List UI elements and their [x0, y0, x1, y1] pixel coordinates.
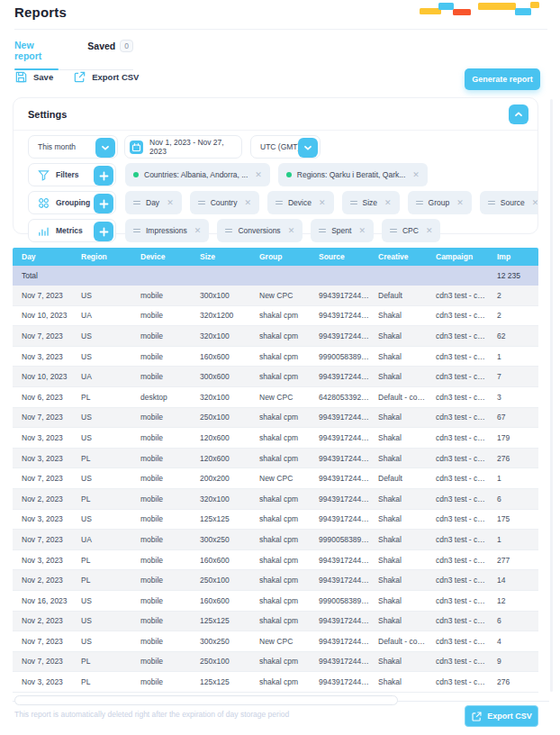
cell-source: 999005838982	[310, 596, 369, 605]
cell-day: Nov 3, 2023	[13, 556, 72, 565]
table-row[interactable]: Nov 7, 2023USmobile250x100shakal cpm9943…	[13, 408, 538, 429]
period-dropdown-button[interactable]	[95, 138, 115, 158]
remove-chip-icon[interactable]: ✕	[530, 198, 537, 207]
grouping-chip[interactable]: Source✕	[480, 191, 537, 214]
cell-region: UA	[72, 311, 131, 320]
cell-size: 320x100	[191, 331, 250, 340]
table-row[interactable]: Nov 3, 2023USmobile120x600shakal cpm9943…	[13, 428, 538, 449]
drag-handle-icon[interactable]	[416, 201, 423, 205]
drag-handle-icon[interactable]	[198, 201, 205, 205]
tab-saved[interactable]: Saved 0	[87, 40, 133, 52]
remove-chip-icon[interactable]: ✕	[253, 170, 262, 179]
drag-handle-icon[interactable]	[350, 201, 357, 205]
cell-impressions: 1	[488, 352, 538, 361]
drag-handle-icon[interactable]	[133, 229, 140, 233]
add-grouping-button[interactable]	[94, 194, 113, 213]
table-row[interactable]: Nov 7, 2023UAmobile300x250shakal cpm9990…	[13, 530, 538, 550]
cell-source: 994391724491	[310, 616, 369, 625]
remove-chip-icon[interactable]: ✕	[317, 198, 326, 207]
cell-campaign: cdn3 test - copy...	[427, 454, 488, 463]
drag-handle-icon[interactable]	[225, 229, 232, 233]
drag-handle-icon[interactable]	[133, 201, 140, 205]
metric-chip[interactable]: Spent✕	[311, 219, 374, 242]
table-row[interactable]: Nov 3, 2023PLmobile160x600shakal cpm9943…	[13, 550, 538, 571]
cell-size: 250x100	[191, 576, 250, 585]
grouping-chip[interactable]: Size✕	[342, 191, 400, 214]
cell-group: New CPC	[250, 474, 310, 483]
table-row[interactable]: Nov 7, 2023USmobile300x100New CPC9943917…	[13, 286, 538, 306]
table-row[interactable]: Nov 7, 2023USmobile320x100shakal cpm9943…	[13, 326, 538, 347]
export-icon	[471, 711, 483, 722]
horizontal-scrollbar-thumb[interactable]	[14, 695, 398, 705]
table-row[interactable]: Nov 3, 2023PLmobile120x600shakal cpm9943…	[13, 449, 538, 469]
grouping-chip[interactable]: Country✕	[190, 191, 259, 214]
remove-chip-icon[interactable]: ✕	[286, 226, 295, 235]
remove-chip-icon[interactable]: ✕	[411, 170, 420, 179]
collapse-settings-button[interactable]	[509, 104, 528, 124]
remove-chip-icon[interactable]: ✕	[193, 226, 202, 235]
settings-row-metrics: Metrics Impressions✕Conversions✕Spent✕CP…	[28, 219, 537, 242]
cell-device: mobile	[131, 596, 191, 605]
timezone-select[interactable]: UTC (GMT)	[250, 135, 321, 159]
remove-chip-icon[interactable]: ✕	[165, 198, 174, 207]
grouping-chip[interactable]: Day✕	[125, 191, 182, 214]
cell-day: Nov 7, 2023	[13, 657, 72, 666]
cell-group: shakal cpm	[250, 596, 310, 605]
remove-chip-icon[interactable]: ✕	[383, 198, 392, 207]
table-body: Nov 7, 2023USmobile300x100New CPC9943917…	[13, 286, 538, 693]
cell-impressions: 9	[488, 657, 538, 666]
filter-chip[interactable]: Countries: Albania, Andorra, ...✕	[125, 163, 270, 186]
vertical-scrollbar[interactable]	[550, 99, 553, 692]
page-title: Reports	[14, 5, 67, 20]
cell-source: 994391724491	[310, 677, 369, 686]
metrics-bars-icon	[38, 225, 50, 237]
cell-campaign: cdn3 test - copy...	[427, 331, 488, 340]
remove-chip-icon[interactable]: ✕	[455, 198, 464, 207]
save-button[interactable]: Save	[14, 70, 53, 84]
metrics-box: Metrics	[28, 219, 116, 242]
settings-row-grouping: Grouping Day✕Country✕Device✕Size✕Group✕S…	[28, 191, 537, 214]
cell-group: shakal cpm	[250, 331, 310, 340]
date-range-picker[interactable]: Nov 1, 2023 - Nov 27, 2023	[124, 135, 242, 159]
table-row[interactable]: Nov 2, 2023USmobile125x125shakal cpm9943…	[13, 612, 538, 632]
export-csv-button-bottom[interactable]: Export CSV	[465, 705, 538, 727]
add-filter-button[interactable]	[94, 166, 113, 186]
table-row[interactable]: Nov 3, 2023USmobile160x600shakal cpm9990…	[13, 347, 538, 368]
table-row[interactable]: Nov 7, 2023PLmobile250x100shakal cpm9943…	[13, 652, 538, 673]
settings-title: Settings	[28, 109, 67, 120]
cell-size: 125x125	[191, 616, 250, 625]
filter-chip[interactable]: Regions: Qarku i Beratit, Qark...✕	[278, 163, 428, 186]
table-row[interactable]: Nov 2, 2023PLmobile250x100shakal cpm9943…	[13, 570, 538, 591]
export-csv-button-top[interactable]: Export CSV	[73, 70, 139, 84]
table-row[interactable]: Nov 3, 2023PLmobile125x125shakal cpm9943…	[13, 672, 538, 693]
cell-size: 120x600	[191, 454, 250, 463]
cell-size: 300x250	[191, 637, 250, 646]
grouping-chip[interactable]: Group✕	[408, 191, 472, 214]
table-row[interactable]: Nov 2, 2023PLmobile320x100shakal cpm9943…	[13, 489, 538, 510]
cell-creative: Default	[369, 291, 427, 300]
remove-chip-icon[interactable]: ✕	[424, 226, 433, 235]
table-row[interactable]: Nov 6, 2023PLdesktop320x100New CPC642805…	[13, 387, 538, 408]
table-row[interactable]: Nov 3, 2023USmobile125x125shakal cpm9943…	[13, 510, 538, 531]
remove-chip-icon[interactable]: ✕	[357, 226, 366, 235]
table-row[interactable]: Nov 10, 2023UAmobile300x600shakal cpm994…	[13, 367, 538, 387]
tab-new-report[interactable]: New report	[14, 40, 59, 61]
drag-handle-icon[interactable]	[488, 201, 495, 205]
metric-chip[interactable]: CPC✕	[382, 219, 441, 242]
table-row[interactable]: Nov 7, 2023USmobile300x250New CPC9943917…	[13, 631, 538, 652]
table-row[interactable]: Nov 16, 2023USmobile160x600shakal cpm999…	[13, 591, 538, 612]
period-select[interactable]: This month	[28, 135, 118, 159]
drag-handle-icon[interactable]	[275, 201, 283, 205]
metric-chip[interactable]: Conversions✕	[217, 219, 303, 242]
grouping-chip[interactable]: Device✕	[267, 191, 334, 214]
remove-chip-icon[interactable]: ✕	[242, 198, 251, 207]
table-row[interactable]: Nov 7, 2023USmobile200x200New CPC9943917…	[13, 468, 538, 489]
generate-report-button[interactable]: Generate report	[465, 68, 540, 90]
timezone-dropdown-button[interactable]	[298, 138, 318, 158]
drag-handle-icon[interactable]	[390, 229, 397, 233]
drag-handle-icon[interactable]	[319, 229, 326, 233]
metric-chip[interactable]: Impressions✕	[125, 219, 209, 242]
cell-region: PL	[72, 393, 131, 402]
add-metric-button[interactable]	[94, 222, 113, 241]
table-row[interactable]: Nov 10, 2023UAmobile320x1200shakal cpm99…	[13, 306, 538, 327]
